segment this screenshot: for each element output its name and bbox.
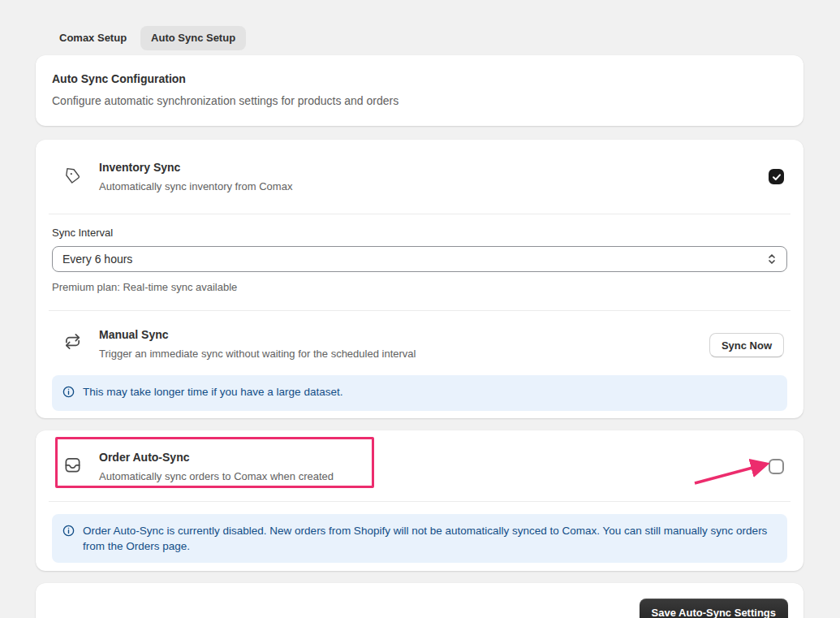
inventory-sync-row: Inventory Sync Automatically sync invent… — [36, 140, 803, 214]
page-subtitle: Configure automatic synchronization sett… — [52, 94, 787, 107]
inbox-icon — [63, 456, 83, 475]
sync-interval-label: Sync Interval — [52, 227, 787, 239]
order-auto-sync-info-banner: Order Auto-Sync is currently disabled. N… — [52, 514, 787, 563]
manual-sync-info-banner: This may take longer time if you have a … — [52, 375, 787, 411]
order-auto-sync-info-text: Order Auto-Sync is currently disabled. N… — [83, 523, 778, 554]
info-icon — [62, 385, 75, 402]
sync-interval-section: Sync Interval Every 6 hours Premium plan… — [36, 214, 803, 310]
chevron-updown-icon — [767, 253, 777, 265]
footer-card: Save Auto-Sync Settings — [36, 583, 803, 618]
order-auto-sync-title: Order Auto-Sync — [99, 451, 334, 464]
manual-sync-description: Trigger an immediate sync without waitin… — [99, 348, 416, 360]
divider — [49, 501, 790, 502]
manual-sync-info-text: This may take longer time if you have a … — [83, 384, 342, 400]
setup-tabs: Comax Setup Auto Sync Setup — [49, 26, 246, 50]
inventory-sync-card: Inventory Sync Automatically sync invent… — [36, 140, 803, 418]
auto-sync-setup-page: Comax Setup Auto Sync Setup Auto Sync Co… — [0, 0, 840, 618]
manual-sync-row: Manual Sync Trigger an immediate sync wi… — [36, 311, 803, 375]
sync-now-button[interactable]: Sync Now — [709, 333, 784, 357]
sync-interval-helper-text: Premium plan: Real-time sync available — [52, 272, 787, 310]
sync-interval-value: Every 6 hours — [62, 253, 132, 266]
tab-auto-sync-setup[interactable]: Auto Sync Setup — [140, 26, 246, 50]
sync-interval-select[interactable]: Every 6 hours — [52, 246, 787, 272]
save-auto-sync-settings-button[interactable]: Save Auto-Sync Settings — [640, 599, 788, 618]
tab-comax-setup[interactable]: Comax Setup — [49, 26, 137, 50]
inventory-sync-description: Automatically sync inventory from Comax — [99, 180, 292, 192]
info-icon — [62, 524, 75, 541]
sync-icon — [63, 332, 83, 352]
page-title: Auto Sync Configuration — [52, 72, 787, 85]
order-auto-sync-card: Order Auto-Sync Automatically sync order… — [36, 430, 803, 571]
order-auto-sync-description: Automatically sync orders to Comax when … — [99, 470, 334, 482]
inventory-sync-checkbox[interactable] — [769, 169, 784, 184]
manual-sync-title: Manual Sync — [99, 328, 416, 341]
auto-sync-configuration-card: Auto Sync Configuration Configure automa… — [36, 55, 803, 126]
checkmark-icon — [772, 172, 782, 182]
inventory-sync-title: Inventory Sync — [99, 161, 292, 174]
order-auto-sync-checkbox[interactable] — [769, 459, 784, 474]
order-auto-sync-row: Order Auto-Sync Automatically sync order… — [36, 430, 803, 501]
tag-icon — [63, 166, 83, 186]
